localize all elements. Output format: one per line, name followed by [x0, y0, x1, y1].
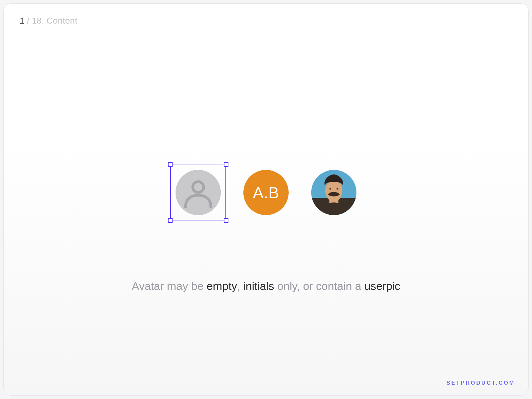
svg-point-5	[325, 180, 342, 201]
avatar-row: A.B	[176, 170, 356, 215]
avatar-initials-text: A.B	[253, 184, 279, 202]
caption-text-2: ,	[237, 280, 243, 292]
caption-text-1: Avatar may be	[132, 280, 206, 292]
breadcrumb: 1 / 18. Content	[20, 16, 77, 26]
breadcrumb-current: 1	[20, 16, 25, 26]
selection-handle-tl[interactable]	[168, 162, 173, 167]
caption-strong-initials: initials	[243, 280, 274, 292]
avatar-initials: A.B	[243, 170, 289, 215]
caption-strong-empty: empty	[206, 280, 237, 292]
selection-handle-br[interactable]	[224, 218, 228, 223]
userpic-illustration	[311, 170, 356, 215]
breadcrumb-total: 18. Content	[32, 16, 77, 26]
slide-frame: 1 / 18. Content A.B	[3, 3, 529, 396]
breadcrumb-separator: /	[25, 16, 32, 26]
svg-point-8	[336, 188, 338, 190]
caption-strong-userpic: userpic	[364, 280, 400, 292]
selection-handle-bl[interactable]	[168, 218, 173, 223]
selection-handle-tr[interactable]	[224, 162, 228, 167]
caption: Avatar may be empty, initials only, or c…	[4, 280, 528, 293]
avatar-empty-selected[interactable]	[176, 170, 221, 215]
caption-text-3: only, or contain a	[274, 280, 364, 292]
person-icon	[176, 170, 221, 215]
watermark: SETPRODUCT.COM	[447, 380, 515, 386]
avatar-userpic	[311, 170, 356, 215]
svg-point-7	[329, 188, 331, 190]
avatar-empty	[176, 170, 221, 215]
